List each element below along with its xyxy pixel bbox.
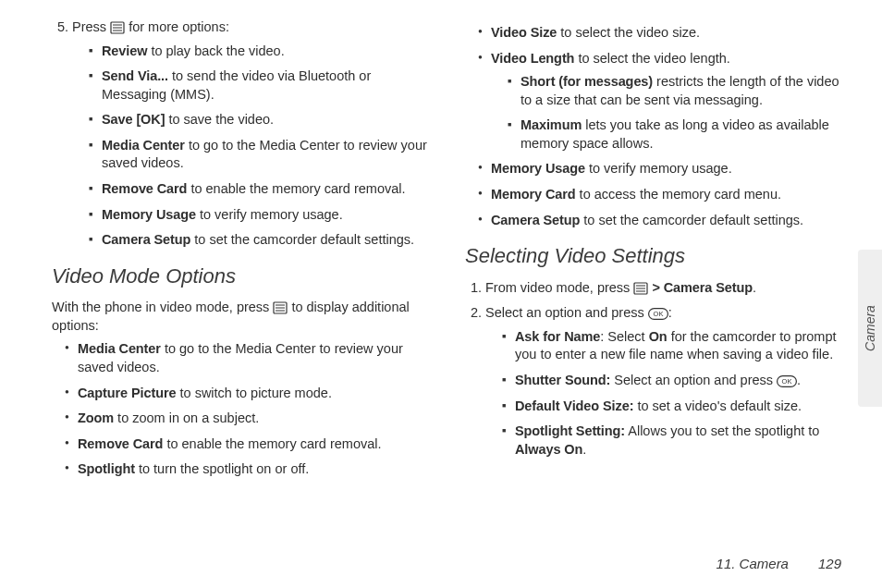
list-item: Video Size to select the video size. [478, 24, 845, 43]
list-item: Memory Usage to verify memory usage. [478, 160, 845, 178]
list-item: Camera Setup to set the camcorder defaul… [478, 212, 845, 230]
step-5: Press for more options: Review to play b… [72, 18, 432, 250]
list-item: Remove Card to enable the memory card re… [89, 180, 432, 199]
step-list: Press for more options: Review to play b… [52, 18, 432, 250]
step-1: From video mode, press > Camera Setup. [485, 279, 845, 298]
step5-tail: for more options: [129, 19, 229, 34]
list-item: Media Center to go to the Media Center t… [89, 137, 432, 173]
page-body: Press for more options: Review to play b… [0, 0, 882, 588]
list-item: Memory Card to access the memory card me… [478, 186, 845, 204]
list-item: Spotlight to turn the spotlight on or of… [65, 460, 432, 479]
list-item: Spotlight Setting: Allows you to set the… [502, 423, 845, 459]
side-tab-camera: Camera [858, 250, 882, 407]
side-tab-label: Camera [863, 305, 877, 351]
left-column: Press for more options: Review to play b… [52, 18, 432, 588]
footer-section: 11. Camera [717, 556, 789, 571]
ok-icon: OK [648, 308, 668, 320]
top-options-list: Video Size to select the video size. Vid… [465, 24, 845, 229]
step5-sublist: Review to play back the video. Send Via.… [72, 43, 432, 250]
step5-lead: Press [72, 19, 110, 34]
page-footer: 11. Camera 129 [717, 556, 841, 571]
menu-icon [110, 21, 125, 34]
ok-icon: OK [777, 375, 797, 387]
list-item: Video Length to select the video length.… [478, 50, 845, 153]
list-item: Ask for Name: Select On for the camcorde… [502, 328, 845, 364]
svg-text:OK: OK [653, 311, 663, 319]
step-2: Select an option and press OK : Ask for … [485, 304, 845, 459]
right-column: Video Size to select the video size. Vid… [465, 18, 845, 588]
list-item: Memory Usage to verify memory usage. [89, 206, 432, 225]
svg-text:OK: OK [782, 377, 792, 386]
list-item: Send Via... to send the video via Blueto… [89, 67, 432, 104]
list-item: Short (for messages) restricts the lengt… [508, 73, 845, 109]
video-mode-options-list: Media Center to go to the Media Center t… [52, 340, 432, 478]
list-item: Camera Setup to set the camcorder defaul… [89, 231, 432, 250]
list-item: Review to play back the video. [89, 43, 432, 61]
heading-selecting-video-settings: Selecting Video Settings [465, 242, 845, 270]
list-item: Shutter Sound: Select an option and pres… [502, 372, 845, 390]
list-item: Media Center to go to the Media Center t… [65, 340, 432, 376]
footer-page-number: 129 [818, 556, 841, 571]
list-item: Maximum lets you take as long a video as… [508, 116, 845, 153]
step2-sublist: Ask for Name: Select On for the camcorde… [485, 328, 845, 459]
list-item: Save [OK] to save the video. [89, 111, 432, 129]
heading-video-mode-options: Video Mode Options [52, 263, 432, 290]
video-settings-steps: From video mode, press > Camera Setup. S… [465, 279, 845, 459]
list-item: Remove Card to enable the memory card re… [65, 435, 432, 454]
list-item: Capture Picture to switch to picture mod… [65, 385, 432, 403]
menu-icon [633, 282, 648, 295]
menu-icon [273, 301, 288, 314]
video-mode-intro: With the phone in video mode, press to d… [52, 299, 432, 335]
list-item: Default Video Size: to set a video's def… [502, 398, 845, 416]
video-length-sublist: Short (for messages) restricts the lengt… [491, 73, 845, 153]
list-item: Zoom to zoom in on a subject. [65, 410, 432, 428]
